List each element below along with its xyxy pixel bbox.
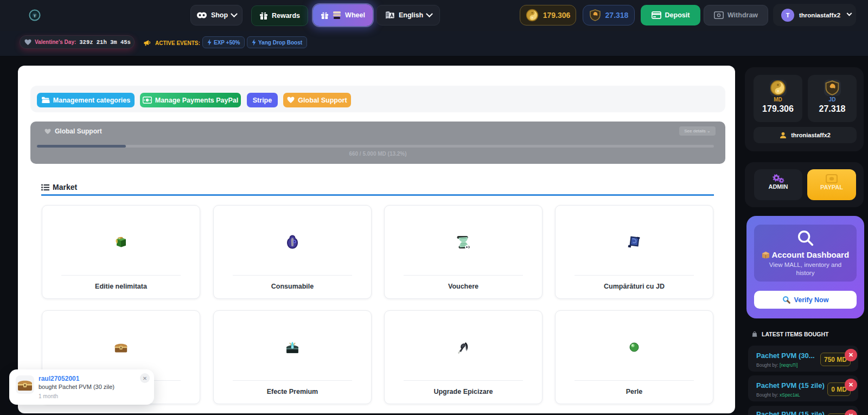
- svg-text:T: T: [34, 14, 36, 18]
